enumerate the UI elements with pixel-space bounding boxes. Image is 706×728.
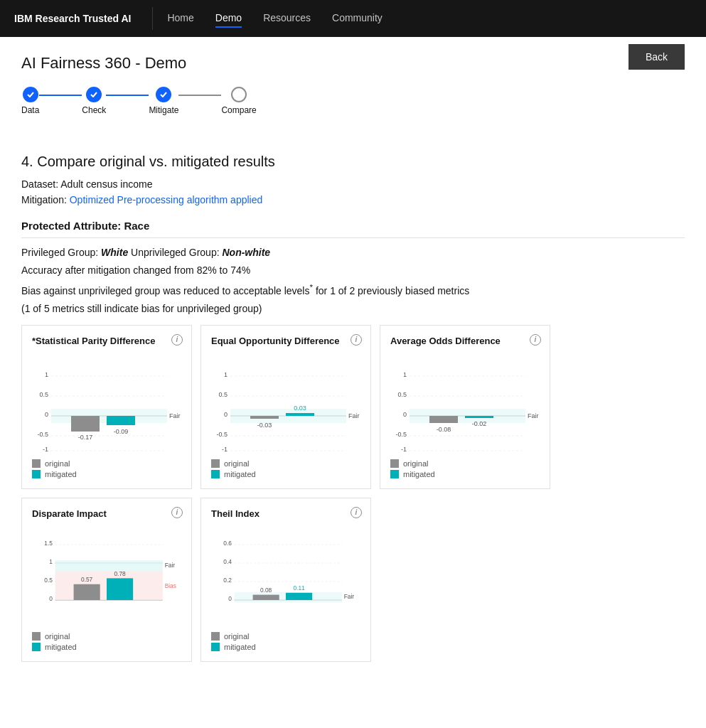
legend-disparate: original mitigated bbox=[32, 632, 181, 651]
unprivileged-value: Non-white bbox=[222, 247, 270, 258]
step-circle-check bbox=[86, 87, 102, 102]
nav-links: Home Demo Resources Community bbox=[167, 9, 382, 28]
info-icon-theil[interactable]: i bbox=[351, 507, 362, 518]
charts-row-1: *Statistical Parity Difference i 1 0.5 0… bbox=[21, 325, 685, 489]
bias-info: Bias against unprivileged group was redu… bbox=[21, 281, 685, 299]
svg-rect-44 bbox=[429, 416, 458, 423]
legend-mitigated-label-odds: mitigated bbox=[403, 470, 435, 478]
step-label-compare: Compare bbox=[221, 105, 256, 115]
connector-2 bbox=[106, 95, 149, 96]
svg-text:0: 0 bbox=[49, 595, 53, 602]
chart-svg-equal: 1 0.5 0 -0.5 -1 Fair -0.03 0.03 bbox=[211, 363, 360, 455]
legend-original-theil: original bbox=[211, 632, 360, 641]
nav-resources[interactable]: Resources bbox=[263, 9, 311, 28]
back-button[interactable]: Back bbox=[629, 44, 685, 70]
mitigation-label: Mitigation: bbox=[21, 194, 67, 205]
svg-text:0: 0 bbox=[403, 411, 407, 418]
brand-logo: IBM Research Trusted AI bbox=[14, 13, 131, 24]
svg-text:0: 0 bbox=[224, 411, 228, 418]
bias-text1: Bias against unprivileged group was redu… bbox=[21, 285, 309, 296]
legend-original-odds: original bbox=[390, 459, 540, 468]
legend-mitigated-label-equal: mitigated bbox=[224, 470, 256, 478]
step-label-data: Data bbox=[21, 105, 39, 115]
svg-text:0.2: 0.2 bbox=[223, 577, 232, 584]
svg-rect-12 bbox=[71, 416, 100, 432]
legend-original-label-theil: original bbox=[224, 632, 249, 641]
privileged-label: Privileged Group: bbox=[21, 247, 98, 258]
svg-text:1: 1 bbox=[224, 371, 228, 378]
nav-community[interactable]: Community bbox=[332, 9, 383, 28]
chart-title-disparate: Disparate Impact bbox=[32, 508, 181, 534]
unprivileged-label: Unprivileged Group: bbox=[131, 247, 220, 258]
svg-text:0.4: 0.4 bbox=[223, 558, 232, 565]
mitigation-link[interactable]: Optimized Pre-processing algorithm appli… bbox=[70, 194, 263, 205]
swatch-mitigated-equal bbox=[211, 470, 220, 478]
chart-equal-opportunity: Equal Opportunity Difference i 1 0.5 0 -… bbox=[200, 325, 371, 489]
info-icon-odds[interactable]: i bbox=[530, 334, 541, 346]
connector-3 bbox=[178, 95, 221, 96]
svg-text:-0.17: -0.17 bbox=[78, 434, 93, 441]
bias-text2: for 1 of 2 previously biased metrics bbox=[313, 285, 469, 296]
svg-text:Fair: Fair bbox=[348, 412, 360, 419]
svg-text:0.03: 0.03 bbox=[294, 405, 306, 412]
svg-text:-0.5: -0.5 bbox=[395, 431, 407, 438]
nav-demo[interactable]: Demo bbox=[215, 9, 242, 28]
legend-statistical: original mitigated bbox=[32, 459, 181, 478]
bias-info2: (1 of 5 metrics still indicate bias for … bbox=[21, 301, 685, 316]
legend-original-equal: original bbox=[211, 459, 360, 468]
svg-rect-74 bbox=[253, 594, 279, 599]
legend-mitigated-label: mitigated bbox=[45, 470, 77, 478]
legend-mitigated-disparate: mitigated bbox=[32, 643, 181, 651]
svg-text:-0.5: -0.5 bbox=[216, 431, 228, 438]
chart-title-equal: Equal Opportunity Difference bbox=[211, 336, 360, 361]
svg-text:-0.03: -0.03 bbox=[257, 422, 272, 429]
chart-statistical-parity: *Statistical Parity Difference i 1 0.5 0… bbox=[21, 325, 192, 489]
svg-text:0.11: 0.11 bbox=[293, 584, 305, 592]
legend-equal: original mitigated bbox=[211, 459, 360, 478]
chart-title-statistical: *Statistical Parity Difference bbox=[32, 336, 181, 361]
legend-mitigated-theil: mitigated bbox=[211, 643, 360, 651]
dataset-label: Dataset: Adult census income bbox=[21, 178, 685, 190]
info-icon-statistical[interactable]: i bbox=[171, 334, 183, 346]
svg-text:1.5: 1.5 bbox=[44, 540, 53, 547]
chart-svg-odds: 1 0.5 0 -0.5 -1 Fair -0.08 -0.02 bbox=[390, 363, 540, 455]
legend-mitigated-label-disparate: mitigated bbox=[45, 643, 77, 651]
svg-text:-0.5: -0.5 bbox=[37, 431, 48, 438]
svg-text:-0.09: -0.09 bbox=[114, 428, 129, 435]
legend-original-label-equal: original bbox=[224, 459, 249, 468]
charts-row-2: Disparate Impact i 1.5 1 0.5 0 Fair bbox=[21, 498, 685, 662]
chart-svg-statistical: 1 0.5 0 -0.5 -1 Fair -0.17 bbox=[32, 363, 181, 455]
group-info: Privileged Group: White Unprivileged Gro… bbox=[21, 245, 685, 260]
chart-disparate-impact: Disparate Impact i 1.5 1 0.5 0 Fair bbox=[21, 498, 192, 662]
svg-text:0.5: 0.5 bbox=[39, 391, 48, 398]
info-icon-equal[interactable]: i bbox=[351, 334, 362, 346]
info-icon-disparate[interactable]: i bbox=[171, 507, 183, 518]
swatch-mitigated-theil bbox=[211, 643, 220, 651]
main-content: AI Fairness 360 - Demo Data Check bbox=[0, 37, 706, 728]
svg-text:0.6: 0.6 bbox=[223, 540, 232, 547]
svg-text:-1: -1 bbox=[222, 446, 228, 453]
swatch-mitigated-odds bbox=[390, 470, 399, 478]
svg-text:0.5: 0.5 bbox=[218, 391, 228, 398]
connector-1 bbox=[39, 95, 82, 96]
legend-original-label-disparate: original bbox=[45, 632, 70, 641]
swatch-original-odds bbox=[390, 459, 399, 468]
legend-original-disparate: original bbox=[32, 632, 181, 641]
accuracy-info: Accuracy after mitigation changed from 8… bbox=[21, 263, 685, 278]
svg-text:0: 0 bbox=[45, 411, 48, 418]
svg-rect-62 bbox=[107, 578, 133, 600]
svg-text:0.5: 0.5 bbox=[397, 391, 407, 398]
svg-rect-28 bbox=[250, 416, 279, 419]
stepper: Data Check Mitigate Compa bbox=[21, 87, 257, 115]
step-circle-data bbox=[23, 87, 38, 102]
step-compare: Compare bbox=[221, 87, 256, 115]
swatch-mitigated-disparate bbox=[32, 643, 41, 651]
swatch-original-disparate bbox=[32, 632, 41, 641]
legend-original-label-odds: original bbox=[403, 459, 428, 468]
legend-mitigated-equal: mitigated bbox=[211, 470, 360, 478]
privileged-value: White bbox=[101, 247, 128, 258]
svg-text:0: 0 bbox=[228, 595, 232, 602]
nav-home[interactable]: Home bbox=[167, 9, 193, 28]
svg-text:Fair: Fair bbox=[528, 412, 539, 419]
legend-mitigated-label-theil: mitigated bbox=[224, 643, 256, 651]
